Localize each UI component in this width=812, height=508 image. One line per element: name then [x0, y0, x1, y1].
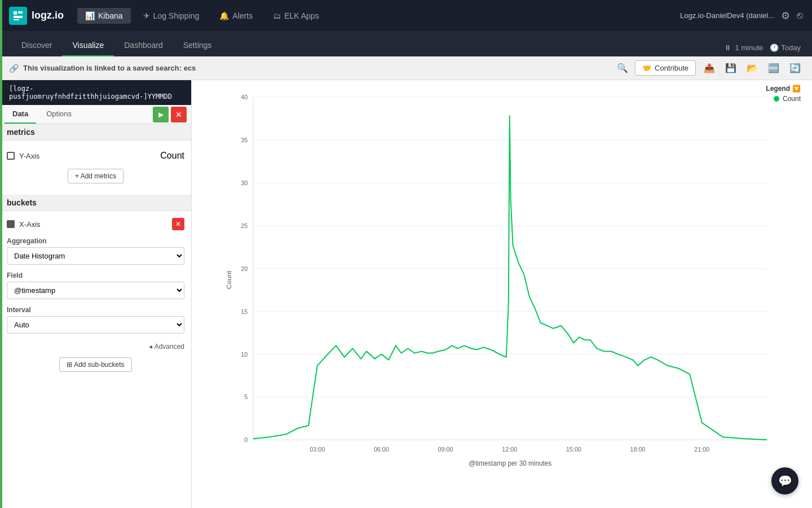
buckets-section: X-Axis ✕ Aggregation Date Histogram Fiel…: [0, 211, 191, 383]
today-label: Today: [781, 43, 801, 52]
nav-settings[interactable]: Settings: [173, 35, 222, 56]
svg-rect-1: [18, 11, 23, 14]
new-icon[interactable]: 🆕: [766, 60, 782, 76]
aggregation-label: Aggregation: [7, 237, 184, 245]
svg-text:20: 20: [241, 265, 248, 272]
advanced-link[interactable]: ◂ Advanced: [7, 340, 184, 353]
metrics-header: metrics: [0, 124, 191, 141]
contribute-icon: 🤝: [642, 64, 651, 72]
left-panel: [logz-pusfjuomruyfnhdfzitthhjuiogamcvd-]…: [0, 80, 192, 508]
chat-button[interactable]: 💬: [771, 467, 798, 494]
add-sub-buckets-button[interactable]: ⊞ Add sub-buckets: [59, 357, 131, 372]
svg-text:40: 40: [241, 94, 248, 100]
chevron-left-icon: ◂: [149, 343, 152, 351]
share-icon[interactable]: 📤: [701, 60, 717, 76]
search-name: ecs: [184, 64, 196, 72]
nav-discover[interactable]: Discover: [11, 35, 62, 56]
pause-button[interactable]: ⏸ 1 minute: [724, 43, 763, 52]
interval-label: 1 minute: [735, 43, 763, 52]
toolbar-info: This visualization is linked to a saved …: [23, 64, 610, 72]
alerts-icon: 🔔: [219, 11, 229, 20]
svg-text:35: 35: [241, 137, 248, 143]
left-tabs: Data Options ▶ ✕: [0, 105, 191, 124]
interval-select[interactable]: Auto: [7, 316, 184, 334]
y-axis-icon: [7, 152, 15, 160]
svg-text:12:00: 12:00: [502, 445, 517, 452]
interval-row: Interval Auto: [7, 306, 184, 334]
logout-icon[interactable]: ⎋: [797, 10, 803, 21]
user-label: Logz.io-DanielDev4 (daniel...: [680, 11, 774, 20]
top-nav: logz.io 📊 Kibana ✈ Log Shipping 🔔 Alerts…: [0, 0, 812, 31]
second-nav: Discover Visualize Dashboard Settings ⏸ …: [0, 31, 812, 56]
kibana-icon: 📊: [85, 11, 95, 20]
svg-text:5: 5: [244, 393, 248, 400]
svg-text:09:00: 09:00: [438, 445, 453, 452]
field-row: Field @timestamp: [7, 271, 184, 299]
nav-elk-apps[interactable]: 🗂 ELK Apps: [265, 8, 327, 24]
chart-container: Count 0 5 10 15 20 25: [192, 80, 812, 508]
svg-text:0: 0: [244, 436, 248, 443]
toolbar-info-text: This visualization is linked to a saved …: [23, 64, 184, 72]
nav-log-shipping[interactable]: ✈ Log Shipping: [135, 8, 208, 24]
contribute-button[interactable]: 🤝 Contribute: [635, 60, 696, 76]
svg-text:15: 15: [241, 308, 248, 315]
nav-right: Logz.io-DanielDev4 (daniel... ⚙ ⎋: [680, 10, 803, 22]
svg-text:@timestamp per 30 minutes: @timestamp per 30 minutes: [469, 459, 551, 467]
metrics-section: Y-Axis Count + Add metrics: [0, 141, 191, 195]
main-area: [logz-pusfjuomruyfnhdfzitthhjuiogamcvd-]…: [0, 80, 812, 508]
svg-rect-3: [14, 19, 19, 20]
chat-icon: 💬: [778, 474, 792, 488]
buckets-header: buckets: [0, 195, 191, 211]
svg-text:03:00: 03:00: [310, 445, 325, 452]
tab-options[interactable]: Options: [38, 105, 80, 124]
x-axis-label: X-Axis: [7, 220, 41, 229]
field-select[interactable]: @timestamp: [7, 282, 184, 299]
run-button[interactable]: ▶: [153, 107, 169, 122]
y-axis-row: Y-Axis Count: [7, 147, 184, 164]
field-label: Field: [7, 271, 184, 279]
chart-line: [253, 116, 767, 440]
settings-icon[interactable]: ⚙: [781, 10, 790, 22]
save-icon[interactable]: 💾: [723, 60, 739, 76]
interval-label: Interval: [7, 306, 184, 314]
tab-actions: ▶ ✕: [153, 107, 187, 122]
logo-text: logz.io: [32, 10, 64, 21]
load-icon[interactable]: 📂: [744, 60, 760, 76]
y-axis-label: Y-Axis: [7, 152, 39, 160]
link-icon: 🔗: [9, 64, 19, 73]
add-metrics-button[interactable]: + Add metrics: [68, 169, 123, 183]
today-button[interactable]: 🕐 Today: [770, 43, 801, 52]
toolbar: 🔗 This visualization is linked to a save…: [0, 56, 812, 80]
svg-text:30: 30: [241, 179, 248, 186]
index-pattern: [logz-pusfjuomruyfnhdfzitthhjuiogamcvd-]…: [0, 80, 191, 105]
nav-dashboard[interactable]: Dashboard: [114, 35, 173, 56]
aggregation-select[interactable]: Date Histogram: [7, 247, 184, 265]
svg-text:06:00: 06:00: [374, 445, 389, 452]
svg-rect-0: [14, 11, 17, 15]
logo-area: logz.io: [9, 7, 64, 25]
nav-kibana[interactable]: 📊 Kibana: [77, 8, 131, 24]
refresh-icon[interactable]: 🔄: [787, 60, 803, 76]
chart-area: Legend 🔽 Count Count 0: [192, 80, 812, 508]
y-axis-label-text: Count: [226, 270, 233, 289]
search-icon[interactable]: 🔍: [615, 60, 630, 76]
pause-icon: ⏸: [724, 43, 731, 52]
close-button[interactable]: ✕: [171, 107, 187, 122]
y-axis-value: Count: [160, 151, 184, 161]
aggregation-row: Aggregation Date Histogram: [7, 237, 184, 265]
nav-alerts[interactable]: 🔔 Alerts: [211, 8, 261, 24]
delete-x-axis-button[interactable]: ✕: [172, 218, 184, 230]
second-nav-right: ⏸ 1 minute 🕐 Today: [724, 43, 801, 56]
svg-text:21:00: 21:00: [694, 445, 709, 452]
nav-visualize[interactable]: Visualize: [62, 35, 114, 56]
clock-icon: 🕐: [770, 43, 779, 52]
green-bar: [0, 80, 2, 508]
logo-icon[interactable]: [9, 7, 27, 25]
toolbar-actions: 🤝 Contribute 📤 💾 📂 🆕 🔄: [635, 60, 803, 76]
svg-text:10: 10: [241, 351, 248, 357]
tab-data[interactable]: Data: [5, 105, 36, 124]
svg-text:25: 25: [241, 222, 248, 229]
svg-rect-2: [14, 16, 23, 18]
elk-apps-icon: 🗂: [273, 11, 281, 20]
x-axis-row: X-Axis ✕: [7, 218, 184, 230]
